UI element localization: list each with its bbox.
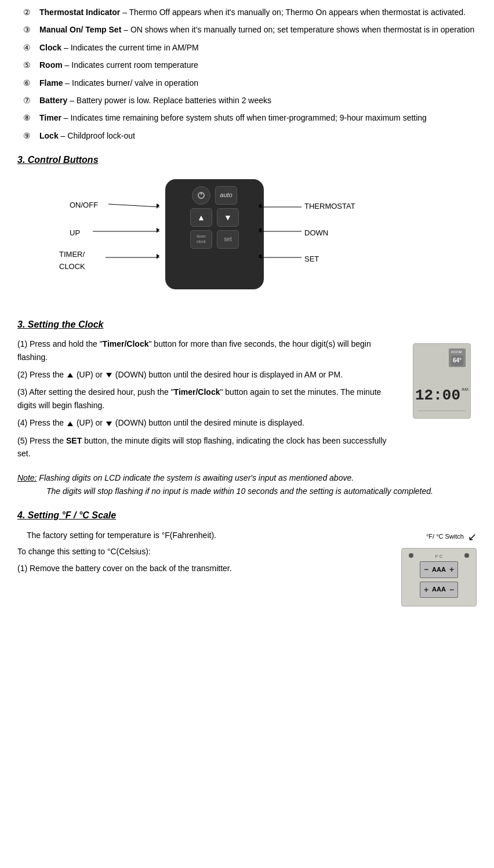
item-label-5: Room <box>39 60 63 70</box>
clock-display: ROOM 64° 12:00 AM <box>413 343 477 419</box>
list-item-8: ⑧ Timer – Indicates time remaining befor… <box>17 111 477 124</box>
fc-dot-right <box>464 553 469 558</box>
up-triangle-2 <box>67 373 73 377</box>
list-item-5: ⑤ Room – Indicates current room temperat… <box>17 59 477 71</box>
clock-step-2: (2) Press the (UP) or (DOWN) button unti… <box>17 368 401 381</box>
control-diagram: auto ▲ ▼ timerclock set ON/OFF <box>17 173 477 307</box>
room-display: ROOM 64° <box>449 348 466 367</box>
scale-content: The factory setting for temperature is °… <box>17 529 477 606</box>
note-continuation: The digits will stop flashing if no inpu… <box>17 485 477 497</box>
fc-text: F C <box>435 553 443 561</box>
svg-marker-5 <box>157 228 159 233</box>
item-label-4: Clock <box>39 43 61 52</box>
scale-intro-2: To change this setting to °C(Celsius): <box>17 545 390 558</box>
clock-step-1: (1) Press and hold the "Timer/Clock" but… <box>17 337 401 364</box>
remote-device: auto ▲ ▼ timerclock set <box>165 179 264 289</box>
control-buttons-section: 3. Control Buttons auto ▲ ▼ <box>17 152 477 307</box>
set-label: SET <box>304 253 319 266</box>
battery-row-1: − AAA + <box>406 561 471 578</box>
thermostat-label: THERMOSTAT <box>304 201 355 213</box>
remote-row-3: timerclock set <box>190 230 239 249</box>
scale-title: 4. Setting °F / °C Scale <box>17 508 477 523</box>
fc-switch-label: °F/ °C Switch ↙ <box>401 529 477 546</box>
time-display: 12:00 AM <box>415 384 468 408</box>
down-triangle-2 <box>106 373 112 377</box>
list-item-4: ④ Clock – Indicates the current time in … <box>17 41 477 54</box>
fc-dot-left <box>409 553 413 558</box>
note-label: Note: <box>17 473 37 482</box>
remote-row-1: auto <box>192 186 237 205</box>
fc-dots: F C <box>406 553 471 561</box>
clock-step-3: (3) After setting the desired hour, push… <box>17 386 401 412</box>
battery-box: F C − AAA + + AAA − <box>401 548 477 607</box>
scale-steps: The factory setting for temperature is °… <box>17 529 390 575</box>
up-btn[interactable]: ▲ <box>190 208 212 227</box>
item-label-8: Timer <box>39 113 61 122</box>
scale-intro-1: The factory setting for temperature is °… <box>17 529 390 542</box>
clock-step-5: (5) Press the SET button, the minute dig… <box>17 434 401 460</box>
setting-clock-title: 3. Setting the Clock <box>17 317 477 332</box>
up-triangle-4 <box>67 422 73 426</box>
list-item-9: ⑨ Lock – Childproof lock-out <box>17 129 477 142</box>
list-item-6: ⑥ Flame – Indicates burner/ valve in ope… <box>17 77 477 89</box>
list-item-3: ③ Manual On/ Temp Set – ON shows when it… <box>17 23 477 36</box>
item-label-9: Lock <box>39 131 59 140</box>
svg-marker-7 <box>157 254 159 259</box>
control-buttons-title: 3. Control Buttons <box>17 152 477 168</box>
indicator-list: ② Thermostat Indicator – Thermo Off appe… <box>17 6 477 142</box>
svg-line-2 <box>108 204 159 207</box>
battery-row-2: + AAA − <box>406 582 471 598</box>
note-section: Note: Flashing digits on LCD indicate th… <box>17 471 477 497</box>
list-item-7: ⑦ Battery – Battery power is low. Replac… <box>17 94 477 107</box>
scale-diagram: °F/ °C Switch ↙ F C − AAA + <box>401 529 477 606</box>
clock-step-4: (4) Press the (UP) or (DOWN) button unti… <box>17 416 401 429</box>
note-text: Flashing digits on LCD indicate the syst… <box>39 473 354 482</box>
on-off-label: ON/OFF <box>70 199 98 212</box>
up-label: UP <box>70 227 80 239</box>
battery-slot-1: − AAA + <box>420 561 458 578</box>
item-label-6: Flame <box>39 78 63 88</box>
power-btn[interactable] <box>192 186 210 205</box>
set-btn[interactable]: set <box>217 230 239 249</box>
lcd-divider <box>418 411 466 411</box>
clock-steps: (1) Press and hold the "Timer/Clock" but… <box>17 337 401 464</box>
list-item-2: ② Thermostat Indicator – Thermo Off appe… <box>17 6 477 19</box>
timer-clock-btn[interactable]: timerclock <box>190 230 212 249</box>
item-label-2: Thermostat Indicator <box>39 8 120 17</box>
down-label: DOWN <box>304 227 328 239</box>
battery-slot-2: + AAA − <box>420 582 458 598</box>
auto-btn[interactable]: auto <box>215 186 237 205</box>
remote-row-2: ▲ ▼ <box>190 208 239 227</box>
item-label-7: Battery <box>39 96 67 105</box>
thermostat-display-box: ROOM 64° 12:00 AM <box>413 343 471 419</box>
svg-marker-3 <box>157 204 159 209</box>
timer-clock-label: TIMER/ CLOCK <box>59 249 85 273</box>
down-btn[interactable]: ▼ <box>217 208 239 227</box>
setting-clock-section: 3. Setting the Clock (1) Press and hold … <box>17 317 477 498</box>
scale-section: 4. Setting °F / °C Scale The factory set… <box>17 508 477 606</box>
down-triangle-4 <box>106 422 112 426</box>
item-label-3: Manual On/ Temp Set <box>39 25 121 34</box>
scale-step-1: (1) Remove the battery cover on the back… <box>17 562 390 575</box>
clock-content: (1) Press and hold the "Timer/Clock" but… <box>17 337 477 464</box>
